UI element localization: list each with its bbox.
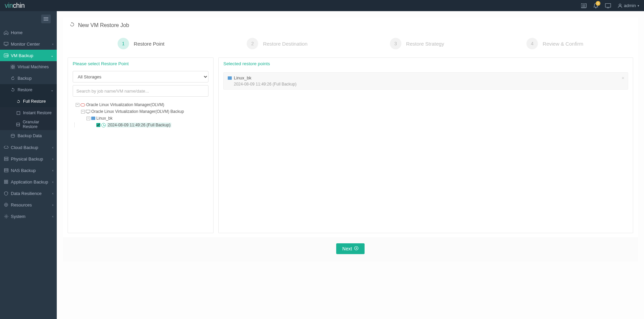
tree-node-platform[interactable]: − Oracle Linux Virtualization Manager(OL… bbox=[73, 101, 208, 108]
restore-circle-icon bbox=[16, 100, 21, 103]
collapse-icon[interactable]: − bbox=[76, 103, 79, 107]
tree-label: Oracle Linux Virtualization Manager(OLVM… bbox=[91, 109, 184, 114]
app-header: vinchin 3 admin ▾ bbox=[0, 0, 644, 11]
panel-header: Selected restore points bbox=[219, 58, 633, 70]
remove-selected-button[interactable]: × bbox=[622, 75, 624, 81]
page-card: New VM Restore Job 1 Restore Point 2 Res… bbox=[63, 17, 638, 262]
sidebar-item-backup-data[interactable]: Backup Data bbox=[0, 130, 57, 142]
sidebar-item-virtual-machines[interactable]: Virtual Machines bbox=[0, 61, 57, 73]
svg-point-34 bbox=[5, 216, 7, 217]
brand-logo: vinchin bbox=[5, 2, 25, 9]
notification-icon[interactable]: 3 bbox=[593, 3, 598, 8]
svg-point-33 bbox=[5, 204, 7, 205]
storage-select[interactable]: All Storages bbox=[73, 71, 208, 82]
step-1[interactable]: 1 Restore Point bbox=[118, 38, 165, 49]
server-icon bbox=[3, 157, 9, 161]
chevron-left-icon: ‹ bbox=[52, 215, 53, 218]
sidebar-item-vmbackup[interactable]: VM VM Backup ⌄ bbox=[0, 50, 57, 61]
svg-rect-31 bbox=[6, 182, 8, 183]
chevron-down-icon: ▾ bbox=[638, 4, 639, 7]
tree-label: 2024-08-09 11:49:26 (Full Backup) bbox=[107, 123, 171, 127]
selected-restore-point-item: Linux_bk 2024-08-09 11:49:26 (Full Backu… bbox=[223, 72, 628, 90]
page-title: New VM Restore Job bbox=[78, 22, 129, 28]
sidebar-item-nas-backup[interactable]: NAS Backup ‹ bbox=[0, 165, 57, 176]
sidebar-item-application-backup[interactable]: Application Backup ‹ bbox=[0, 176, 57, 188]
step-label: Restore Destination bbox=[263, 41, 307, 47]
tree-node-backup-job[interactable]: − Oracle Linux Virtualization Manager(OL… bbox=[73, 108, 208, 115]
clock-icon bbox=[101, 123, 106, 127]
sidebar-item-physical-backup[interactable]: Physical Backup ‹ bbox=[0, 153, 57, 165]
svg-rect-5 bbox=[605, 3, 611, 7]
chevron-left-icon: ‹ bbox=[52, 42, 53, 46]
sidebar-label: Home bbox=[11, 30, 23, 35]
tree-label: Linux_bk bbox=[96, 116, 113, 121]
restore-point-checkbox[interactable] bbox=[96, 123, 100, 127]
sidebar-item-monitor[interactable]: Monitor Center ‹ bbox=[0, 38, 57, 50]
panel-header: Please select Restore Point bbox=[68, 58, 213, 70]
svg-rect-24 bbox=[4, 159, 8, 161]
granular-icon bbox=[16, 123, 21, 126]
page-title-bar: New VM Restore Job bbox=[63, 17, 638, 34]
step-number: 2 bbox=[247, 38, 258, 49]
nas-icon bbox=[3, 168, 9, 172]
cloud-icon bbox=[3, 146, 9, 149]
sidebar-item-full-restore[interactable]: Full Restore bbox=[0, 96, 57, 107]
collapse-icon[interactable]: − bbox=[86, 117, 90, 120]
step-3[interactable]: 3 Restore Strategy bbox=[390, 38, 444, 49]
sidebar-label: Resources bbox=[11, 202, 32, 207]
sidebar: Home Monitor Center ‹ VM VM Backup ⌄ Vir… bbox=[0, 11, 57, 319]
next-button[interactable]: Next bbox=[336, 243, 365, 254]
svg-rect-28 bbox=[4, 180, 6, 181]
tree-node-vm[interactable]: − Linux_bk bbox=[73, 115, 208, 122]
sidebar-item-system[interactable]: System ‹ bbox=[0, 211, 57, 222]
sidebar-label: Full Restore bbox=[23, 99, 46, 104]
chevron-left-icon: ‹ bbox=[52, 157, 53, 161]
svg-point-4 bbox=[595, 7, 596, 8]
svg-rect-16 bbox=[13, 65, 15, 67]
list-icon[interactable] bbox=[581, 3, 587, 8]
chevron-left-icon: ‹ bbox=[52, 192, 53, 195]
home-icon bbox=[3, 30, 9, 35]
sidebar-label: VM Backup bbox=[11, 53, 33, 58]
collapse-icon[interactable]: − bbox=[81, 110, 85, 114]
chevron-left-icon: ‹ bbox=[52, 169, 53, 172]
user-menu[interactable]: admin ▾ bbox=[618, 3, 639, 8]
user-icon bbox=[618, 3, 622, 8]
sidebar-toggle-area bbox=[0, 11, 57, 27]
sidebar-item-home[interactable]: Home bbox=[0, 27, 57, 38]
step-4[interactable]: 4 Review & Confirm bbox=[526, 38, 583, 49]
sidebar-label: Restore bbox=[18, 88, 32, 92]
svg-point-22 bbox=[11, 134, 15, 136]
svg-rect-25 bbox=[4, 169, 8, 172]
step-2[interactable]: 2 Restore Destination bbox=[247, 38, 307, 49]
sidebar-collapse-button[interactable] bbox=[41, 15, 51, 23]
chevron-left-icon: ‹ bbox=[52, 146, 53, 149]
header-actions: 3 admin ▾ bbox=[581, 3, 639, 8]
selected-vm-name: Linux_bk bbox=[234, 75, 251, 80]
sidebar-label: Application Backup bbox=[11, 179, 48, 185]
svg-rect-18 bbox=[13, 67, 15, 69]
sidebar-item-granular-restore[interactable]: Granular Restore bbox=[0, 119, 57, 130]
sidebar-label: Granular Restore bbox=[23, 120, 53, 129]
sidebar-item-cloud-backup[interactable]: Cloud Backup ‹ bbox=[0, 142, 57, 153]
grid-icon bbox=[10, 65, 16, 69]
resources-icon bbox=[3, 203, 9, 207]
main-content: New VM Restore Job 1 Restore Point 2 Res… bbox=[57, 11, 644, 319]
screen-icon[interactable] bbox=[605, 3, 611, 8]
vm-icon: VM bbox=[3, 53, 9, 57]
page-footer: Next bbox=[63, 237, 638, 262]
vm-small-icon bbox=[228, 76, 232, 80]
step-label: Review & Confirm bbox=[543, 41, 583, 47]
sidebar-item-restore[interactable]: Restore ⌄ bbox=[0, 84, 57, 96]
step-number: 1 bbox=[118, 38, 129, 49]
chevron-left-icon: ‹ bbox=[52, 203, 53, 207]
sidebar-item-data-resilience[interactable]: Data Resilience ‹ bbox=[0, 188, 57, 199]
sidebar-item-resources[interactable]: Resources ‹ bbox=[0, 199, 57, 211]
restore-point-panel: Please select Restore Point All Storages… bbox=[68, 57, 214, 233]
sidebar-item-backup[interactable]: Backup bbox=[0, 73, 57, 84]
tree-node-restore-point[interactable]: 2024-08-09 11:49:26 (Full Backup) bbox=[73, 122, 208, 128]
sidebar-item-instant-restore[interactable]: Instant Restore bbox=[0, 107, 57, 119]
panels-row: Please select Restore Point All Storages… bbox=[63, 57, 638, 237]
svg-rect-23 bbox=[4, 157, 8, 158]
search-input[interactable] bbox=[73, 85, 208, 97]
